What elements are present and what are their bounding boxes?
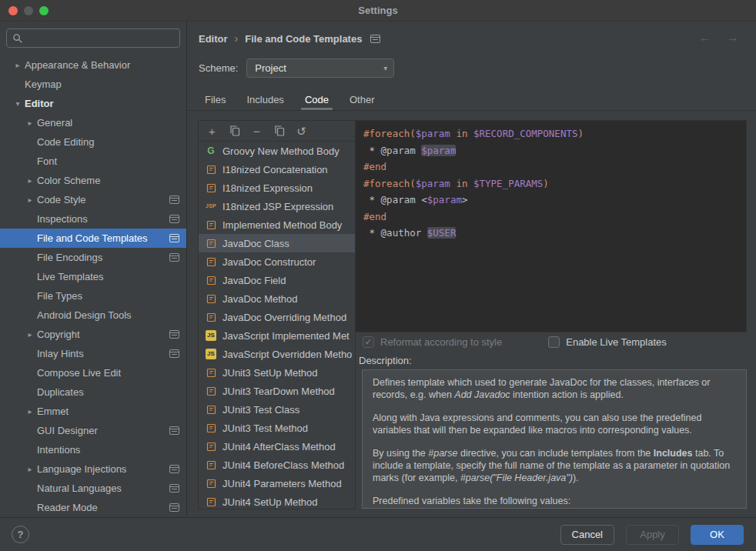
template-name: JavaScript Overridden Metho [222, 349, 352, 360]
ok-button[interactable]: OK [691, 525, 744, 545]
sidebar-item-file-types[interactable]: File Types [0, 286, 186, 306]
chevron-right-icon[interactable]: ▸ [23, 407, 37, 416]
window-controls [8, 0, 49, 22]
tab-code[interactable]: Code [305, 89, 329, 110]
sidebar-item-language-injections[interactable]: ▸Language Injections [0, 459, 186, 479]
remove-template-button[interactable]: − [248, 122, 266, 139]
sidebar-item-code-style[interactable]: ▸Code Style [0, 190, 186, 209]
sidebar-item-editor[interactable]: ▾Editor [0, 94, 186, 113]
copy-template-button[interactable] [226, 122, 243, 139]
sidebar-item-android-design-tools[interactable]: Android Design Tools [0, 306, 186, 325]
template-editor[interactable]: #foreach($param in $RECORD_COMPONENTS) *… [356, 120, 747, 332]
chevron-right-icon[interactable]: ▸ [23, 465, 37, 473]
template-list-item-junit4-parameters-method[interactable]: JUnit4 Parameters Method [199, 474, 355, 493]
template-list-toolbar: +−↺ [199, 121, 355, 142]
template-list-item-implemented-method-body[interactable]: Implemented Method Body [199, 215, 355, 234]
cancel-button[interactable]: Cancel [560, 525, 614, 545]
template-name: JavaScript Implemented Met [222, 330, 350, 342]
help-button[interactable]: ? [12, 526, 29, 543]
live-templates-label: Enable Live Templates [566, 336, 667, 348]
add-template-button[interactable]: + [203, 122, 221, 139]
template-list-item-javadoc-field[interactable]: JavaDoc Field [199, 271, 355, 289]
chevron-right-icon[interactable]: ▸ [23, 330, 37, 339]
sidebar-item-label: Keymap [25, 78, 62, 90]
description-box[interactable]: Defines template which used to generate … [362, 369, 747, 509]
template-list-item-groovy-new-method-body[interactable]: GGroovy New Method Body [199, 142, 355, 160]
template-list-item-javascript-implemented-met[interactable]: JSJavaScript Implemented Met [199, 326, 355, 345]
sidebar-item-color-scheme[interactable]: ▸Color Scheme [0, 171, 186, 190]
breadcrumb-editor[interactable]: Editor [199, 33, 228, 45]
template-list-item-javascript-overridden-metho[interactable]: JSJavaScript Overridden Metho [199, 345, 355, 363]
scheme-select[interactable]: Project ▾ [246, 58, 394, 78]
help-icon: ? [18, 529, 24, 540]
sidebar-item-live-templates[interactable]: Live Templates [0, 267, 186, 286]
sidebar-item-duplicates[interactable]: Duplicates [0, 382, 186, 402]
sidebar-item-compose-live-edit[interactable]: Compose Live Edit [0, 363, 186, 382]
template-list-item-javadoc-overriding-method[interactable]: JavaDoc Overriding Method [199, 308, 355, 326]
tab-other[interactable]: Other [350, 89, 375, 110]
sidebar-item-file-and-code-templates[interactable]: File and Code Templates [0, 229, 186, 248]
template-list-item-junit4-setup-method[interactable]: JUnit4 SetUp Method [199, 493, 355, 509]
search-input[interactable] [6, 28, 180, 48]
chevron-down-icon[interactable]: ▾ [11, 99, 25, 108]
chevron-right-icon[interactable]: ▸ [23, 176, 37, 185]
sidebar-item-file-encodings[interactable]: File Encodings [0, 248, 186, 267]
minimize-window-button[interactable] [24, 6, 33, 15]
forward-icon[interactable]: → [727, 31, 739, 45]
sidebar-item-keymap[interactable]: Keymap [0, 75, 186, 94]
sidebar-item-code-editing[interactable]: Code Editing [0, 132, 186, 152]
template-list-item-junit3-test-class[interactable]: JUnit3 Test Class [199, 400, 355, 419]
revert-template-button[interactable]: ↺ [293, 122, 310, 139]
template-icon [205, 385, 217, 397]
sidebar-item-font[interactable]: Font [0, 152, 186, 171]
back-icon[interactable]: ← [699, 31, 711, 45]
reformat-checkbox[interactable]: ✓ [363, 336, 374, 348]
template-list-item-junit3-teardown-method[interactable]: JUnit3 TearDown Method [199, 382, 355, 400]
tab-files[interactable]: Files [205, 89, 226, 110]
chevron-right-icon[interactable]: ▸ [11, 61, 25, 69]
sidebar-item-copyright[interactable]: ▸Copyright [0, 325, 186, 344]
options-row: ✓ Reformat according to style Enable Liv… [363, 336, 667, 348]
template-list-item-junit3-setup-method[interactable]: JUnit3 SetUp Method [199, 363, 355, 382]
code-line: #foreach($param in $RECORD_COMPONENTS) [363, 125, 738, 142]
template-list-item-i18nized-jsp-expression[interactable]: JSPI18nized JSP Expression [199, 197, 355, 215]
chevron-right-icon[interactable]: ▸ [23, 195, 37, 204]
sidebar-item-inspections[interactable]: Inspections [0, 209, 186, 229]
template-list-item-javadoc-constructor[interactable]: JavaDoc Constructor [199, 252, 355, 271]
template-list-item-junit4-afterclass-method[interactable]: JUnit4 AfterClass Method [199, 437, 355, 456]
reformat-option[interactable]: ✓ Reformat according to style [363, 336, 502, 348]
sidebar-item-emmet[interactable]: ▸Emmet [0, 402, 186, 421]
copy-icon [229, 125, 240, 136]
live-templates-option[interactable]: Enable Live Templates [548, 336, 667, 348]
close-window-button[interactable] [8, 6, 18, 15]
sidebar-item-label: Copyright [37, 329, 80, 340]
sidebar-item-gui-designer[interactable]: GUI Designer [0, 421, 186, 440]
template-name: JUnit4 Parameters Method [222, 478, 342, 489]
tabs: FilesIncludesCodeOther [188, 89, 756, 111]
template-icon [205, 311, 217, 323]
template-name: Implemented Method Body [222, 219, 342, 231]
template-list-item-junit3-test-method[interactable]: JUnit3 Test Method [199, 419, 355, 437]
template-list-item-javadoc-class[interactable]: JavaDoc Class [199, 234, 355, 252]
template-list-item-javadoc-method[interactable]: JavaDoc Method [199, 289, 355, 308]
zoom-window-button[interactable] [39, 6, 49, 15]
sidebar-item-label: Compose Live Edit [37, 367, 121, 379]
template-list-item-junit4-beforeclass-method[interactable]: JUnit4 BeforeClass Method [199, 456, 355, 474]
chevron-right-icon[interactable]: ▸ [23, 119, 37, 127]
tab-includes[interactable]: Includes [246, 89, 283, 110]
template-list-item-i18nized-concatenation[interactable]: I18nized Concatenation [199, 160, 355, 179]
sidebar-item-appearance-behavior[interactable]: ▸Appearance & Behavior [0, 55, 186, 75]
apply-button[interactable]: Apply [626, 525, 679, 545]
project-settings-marker-icon [169, 465, 179, 473]
template-list-item-i18nized-expression[interactable]: I18nized Expression [199, 179, 355, 197]
sidebar-item-inlay-hints[interactable]: Inlay Hints [0, 344, 186, 363]
sidebar-item-intentions[interactable]: Intentions [0, 440, 186, 459]
sidebar-item-label: Natural Languages [37, 483, 122, 494]
template-name: JavaDoc Overriding Method [222, 312, 346, 323]
javascript-icon: JS [205, 348, 217, 360]
sidebar-item-reader-mode[interactable]: Reader Mode [0, 498, 186, 517]
sidebar-item-general[interactable]: ▸General [0, 113, 186, 132]
sidebar-item-natural-languages[interactable]: Natural Languages [0, 479, 186, 498]
duplicate-template-button[interactable] [270, 122, 288, 139]
live-templates-checkbox[interactable] [548, 336, 560, 348]
